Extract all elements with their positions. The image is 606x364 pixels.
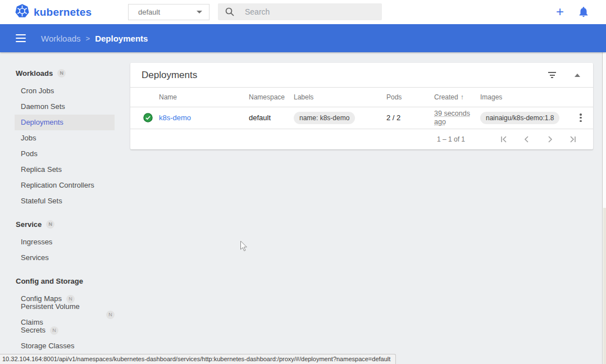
column-header-namespace[interactable]: Namespace xyxy=(249,88,294,107)
search-input[interactable] xyxy=(245,7,368,16)
sidebar-item-ingresses[interactable]: Ingresses xyxy=(15,234,115,250)
breadcrumb-parent[interactable]: Workloads xyxy=(41,34,81,43)
column-header-pods[interactable]: Pods xyxy=(386,88,434,107)
chevron-down-icon xyxy=(197,11,202,13)
scrollbar-thumb[interactable] xyxy=(603,208,606,364)
sidebar-item-jobs[interactable]: Jobs xyxy=(15,130,115,146)
sidebar-item-deployments[interactable]: Deployments xyxy=(15,115,115,130)
vertical-scrollbar[interactable] xyxy=(602,52,606,364)
image-chip: nainaigu/k8s-demo:1.8 xyxy=(480,112,559,124)
sidebar-item-stateful-sets[interactable]: Stateful Sets xyxy=(15,193,115,209)
sort-ascending-icon: ↑ xyxy=(461,93,464,101)
triangle-up-icon xyxy=(575,74,580,77)
namespace-selector[interactable]: default xyxy=(128,4,209,20)
sidebar-item-storage-classes[interactable]: Storage Classes xyxy=(15,338,115,354)
sidebar-section-config-storage: Config and Storage Config Maps N Persist… xyxy=(0,275,124,354)
plus-icon: + xyxy=(556,4,564,20)
previous-page-button[interactable] xyxy=(521,134,532,145)
hamburger-icon xyxy=(16,34,26,35)
sidebar-item-replica-sets[interactable]: Replica Sets xyxy=(15,162,115,178)
card-header: Deployments xyxy=(130,63,593,87)
sidebar-item-replication-controllers[interactable]: Replication Controllers xyxy=(15,178,115,193)
page-title: Deployments xyxy=(95,34,148,43)
card-title: Deployments xyxy=(142,70,544,81)
collapse-button[interactable] xyxy=(571,69,584,82)
create-button[interactable]: + xyxy=(553,3,567,21)
sidebar-nav: Workloads N Cron Jobs Daemon Sets Deploy… xyxy=(0,52,124,364)
sidebar-section-service: Service N Ingresses Services xyxy=(0,219,124,266)
n-badge: N xyxy=(46,220,54,229)
column-header-images[interactable]: Images xyxy=(480,88,568,107)
sidebar-header-workloads[interactable]: Workloads N xyxy=(0,67,124,79)
last-page-icon xyxy=(568,134,578,144)
browser-status-bar: 10.32.104.164:8001/api/v1/namespaces/kub… xyxy=(0,354,396,364)
kubernetes-logo[interactable]: kubernetes xyxy=(15,0,92,24)
search-icon xyxy=(225,7,235,17)
first-page-icon xyxy=(499,134,509,144)
notifications-button[interactable] xyxy=(577,5,591,20)
menu-toggle-button[interactable] xyxy=(16,34,26,42)
bell-icon xyxy=(577,11,590,20)
breadcrumb-bar: Workloads > Deployments xyxy=(0,24,606,52)
column-header-created[interactable]: Created↑ xyxy=(434,88,480,107)
vertical-dots-icon xyxy=(580,113,581,115)
last-page-button[interactable] xyxy=(567,134,578,145)
n-badge: N xyxy=(106,311,115,319)
sidebar-item-pods[interactable]: Pods xyxy=(15,146,115,162)
namespace-selected-value: default xyxy=(138,8,160,16)
search-bar[interactable] xyxy=(218,3,382,20)
deployment-namespace: default xyxy=(249,113,271,122)
chevron-right-icon xyxy=(545,134,555,144)
sidebar-item-daemon-sets[interactable]: Daemon Sets xyxy=(15,99,115,115)
deployment-name-link[interactable]: k8s-demo xyxy=(159,113,191,122)
pagination-bar: 1 – 1 of 1 xyxy=(130,129,593,149)
kubernetes-helm-icon xyxy=(15,3,30,21)
sidebar-header-service[interactable]: Service N xyxy=(0,219,124,230)
column-header-labels[interactable]: Labels xyxy=(294,88,386,107)
status-url: 10.32.104.164:8001/api/v1/namespaces/kub… xyxy=(2,356,390,362)
pods-count: 2 / 2 xyxy=(386,113,400,122)
top-app-bar: kubernetes default + xyxy=(0,0,606,24)
status-cell xyxy=(130,107,159,129)
sidebar-header-config-storage[interactable]: Config and Storage xyxy=(0,275,124,287)
next-page-button[interactable] xyxy=(544,134,555,145)
breadcrumb: Workloads > Deployments xyxy=(41,34,148,43)
n-badge: N xyxy=(50,326,58,335)
filter-button[interactable] xyxy=(544,67,561,84)
filter-icon xyxy=(548,72,556,73)
brand-wordmark: kubernetes xyxy=(34,6,92,19)
created-ago-text: 39 seconds ago xyxy=(434,110,471,126)
sidebar-item-services[interactable]: Services xyxy=(15,250,115,266)
first-page-button[interactable] xyxy=(498,134,509,145)
breadcrumb-separator: > xyxy=(86,34,90,43)
deployments-table: Name Namespace Labels Pods Created↑ Imag… xyxy=(130,87,593,129)
table-header-row: Name Namespace Labels Pods Created↑ Imag… xyxy=(130,88,593,107)
row-menu-button[interactable] xyxy=(574,111,587,125)
sidebar-item-persistent-volume-claims[interactable]: Persistent Volume Claims N xyxy=(15,307,115,322)
sidebar-item-cron-jobs[interactable]: Cron Jobs xyxy=(15,83,115,99)
check-circle-icon xyxy=(143,113,153,122)
pagination-range: 1 – 1 of 1 xyxy=(437,135,465,143)
column-header-name[interactable]: Name xyxy=(159,88,249,107)
sidebar-section-workloads: Workloads N Cron Jobs Daemon Sets Deploy… xyxy=(0,67,124,209)
label-chip: name: k8s-demo xyxy=(294,112,355,124)
n-badge: N xyxy=(57,69,66,78)
table-row: k8s-demo default name: k8s-demo 2 / 2 39… xyxy=(130,107,593,129)
deployments-card: Deployments Name Namespace Labels Pods C… xyxy=(130,63,593,149)
chevron-left-icon xyxy=(522,134,532,144)
mouse-cursor xyxy=(240,240,248,254)
